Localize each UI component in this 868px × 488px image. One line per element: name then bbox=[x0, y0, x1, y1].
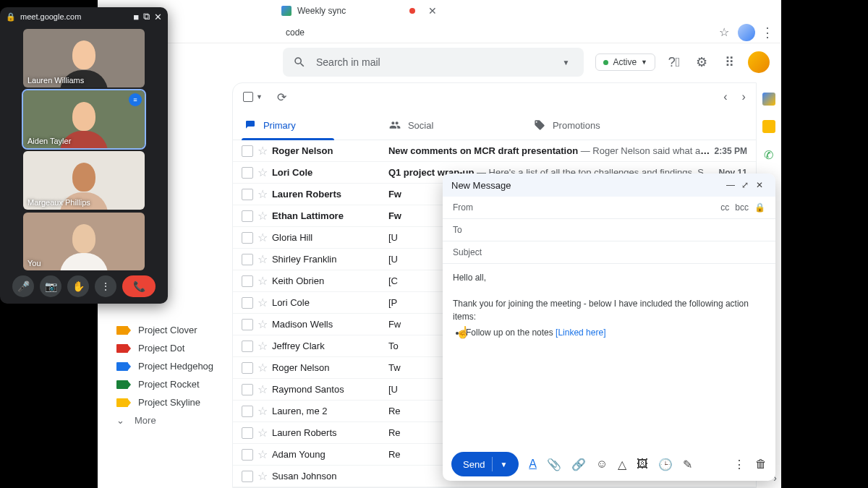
row-checkbox[interactable] bbox=[242, 449, 253, 461]
compose-header[interactable]: New Message — ⤢ ✕ bbox=[443, 174, 775, 197]
expand-icon[interactable]: ⤢ bbox=[738, 180, 752, 190]
tab-close-icon[interactable]: ✕ bbox=[428, 5, 437, 17]
pip-close-icon[interactable]: ✕ bbox=[154, 12, 162, 22]
camera-icon[interactable]: ■ bbox=[133, 12, 139, 22]
select-all-checkbox[interactable] bbox=[243, 92, 253, 102]
star-icon[interactable]: ☆ bbox=[258, 166, 268, 179]
end-call-button[interactable]: 📞 bbox=[122, 275, 156, 297]
tab-social[interactable]: Social bbox=[378, 111, 522, 140]
from-field[interactable]: From cc bcc 🔒 bbox=[443, 197, 775, 219]
browser-tab[interactable]: Weekly sync ✕ bbox=[271, 2, 447, 20]
page-next-icon[interactable]: › bbox=[742, 90, 746, 103]
emoji-icon[interactable]: ☺ bbox=[596, 458, 608, 471]
to-field[interactable]: To bbox=[443, 219, 775, 241]
compose-body[interactable]: Hello all, Thank you for joining the mee… bbox=[443, 264, 775, 448]
raise-hand-button[interactable]: ✋ bbox=[67, 275, 89, 297]
profile-avatar[interactable] bbox=[738, 24, 755, 41]
attach-icon[interactable]: 📎 bbox=[547, 458, 561, 471]
row-checkbox[interactable] bbox=[242, 341, 253, 352]
star-icon[interactable]: ☆ bbox=[258, 469, 268, 483]
row-checkbox[interactable] bbox=[242, 167, 253, 179]
row-checkbox[interactable] bbox=[242, 319, 253, 330]
sender: Lauren Roberts bbox=[272, 427, 384, 438]
star-icon[interactable]: ☆ bbox=[258, 187, 268, 201]
participant-tile[interactable]: Lauren Williams bbox=[23, 29, 145, 87]
sidebar-label[interactable]: Project Rocket bbox=[98, 375, 232, 393]
row-checkbox[interactable] bbox=[242, 384, 253, 395]
link-icon[interactable]: 🔗 bbox=[571, 458, 586, 471]
participant-tile[interactable]: ≡ Aiden Tayler bbox=[23, 90, 145, 149]
sidebar-more[interactable]: ⌄ More bbox=[98, 411, 232, 429]
row-checkbox[interactable] bbox=[242, 275, 253, 287]
participant-tile[interactable]: Margeaux Phillips bbox=[23, 151, 145, 210]
format-icon[interactable]: A bbox=[529, 458, 537, 471]
star-icon[interactable]: ☆ bbox=[258, 382, 268, 396]
search-options-caret-icon[interactable]: ▼ bbox=[562, 59, 569, 67]
tab-primary[interactable]: Primary bbox=[233, 111, 378, 140]
close-icon[interactable]: ✕ bbox=[752, 180, 767, 190]
row-checkbox[interactable] bbox=[242, 232, 253, 244]
image-icon[interactable]: 🖼 bbox=[637, 458, 648, 471]
return-tab-icon[interactable]: ⧉ bbox=[143, 11, 150, 22]
lock-icon[interactable]: 🔒 bbox=[754, 202, 765, 213]
minimize-icon[interactable]: — bbox=[723, 180, 738, 190]
sidebar-label[interactable]: Project Clover bbox=[98, 321, 232, 339]
row-checkbox[interactable] bbox=[242, 471, 253, 482]
row-checkbox[interactable] bbox=[242, 145, 253, 157]
help-icon[interactable]: ?⃝ bbox=[665, 53, 683, 71]
star-icon[interactable]: ☆ bbox=[258, 448, 268, 461]
bookmark-star-icon[interactable]: ☆ bbox=[719, 25, 729, 39]
sidebar-label[interactable]: Project Dot bbox=[98, 339, 232, 357]
row-checkbox[interactable] bbox=[242, 427, 253, 439]
row-checkbox[interactable] bbox=[242, 362, 253, 374]
mic-button[interactable]: 🎤 bbox=[12, 275, 34, 297]
sidebar-label[interactable]: Project Hedgehog bbox=[98, 357, 232, 375]
email-row[interactable]: ☆ Roger Nelson New comments on MCR draft… bbox=[233, 140, 756, 162]
star-icon[interactable]: ☆ bbox=[258, 404, 268, 418]
more-options-icon[interactable]: ⋮ bbox=[733, 458, 745, 471]
camera-button[interactable]: 📷 bbox=[40, 275, 61, 297]
bcc-button[interactable]: bcc bbox=[735, 202, 749, 213]
star-icon[interactable]: ☆ bbox=[258, 426, 268, 440]
apps-grid-icon[interactable]: ⠿ bbox=[720, 53, 738, 71]
tab-promotions[interactable]: Promotions bbox=[522, 111, 667, 140]
linked-here-link[interactable]: [Linked here] bbox=[556, 328, 605, 338]
drive-icon[interactable]: △ bbox=[618, 458, 626, 471]
row-checkbox[interactable] bbox=[242, 254, 253, 265]
row-checkbox[interactable] bbox=[242, 406, 253, 417]
star-icon[interactable]: ☆ bbox=[258, 209, 268, 223]
star-icon[interactable]: ☆ bbox=[258, 231, 268, 244]
cc-button[interactable]: cc bbox=[720, 202, 729, 213]
signature-icon[interactable]: ✎ bbox=[683, 458, 692, 471]
more-button[interactable]: ⋮ bbox=[95, 275, 116, 297]
star-icon[interactable]: ☆ bbox=[258, 296, 268, 309]
send-button[interactable]: Send ▼ bbox=[451, 452, 519, 476]
calendar-addon-icon[interactable] bbox=[762, 93, 775, 106]
star-icon[interactable]: ☆ bbox=[258, 317, 268, 331]
row-checkbox[interactable] bbox=[242, 297, 253, 309]
row-checkbox[interactable] bbox=[242, 210, 253, 222]
status-chip[interactable]: Active ▼ bbox=[595, 53, 655, 71]
meet-pip-window[interactable]: 🔒 meet.google.com ■ ⧉ ✕ Lauren Williams … bbox=[0, 7, 168, 304]
page-prev-icon[interactable]: ‹ bbox=[723, 90, 727, 103]
participant-tile[interactable]: You bbox=[23, 213, 145, 271]
star-icon[interactable]: ☆ bbox=[258, 361, 268, 374]
select-caret-icon[interactable]: ▼ bbox=[256, 93, 263, 100]
browser-menu-icon[interactable]: ⋮ bbox=[761, 25, 774, 40]
settings-gear-icon[interactable]: ⚙ bbox=[693, 53, 710, 71]
keep-addon-icon[interactable] bbox=[762, 120, 775, 133]
star-icon[interactable]: ☆ bbox=[258, 252, 268, 266]
star-icon[interactable]: ☆ bbox=[258, 274, 268, 288]
refresh-icon[interactable]: ⟳ bbox=[277, 90, 286, 104]
phone-addon-icon[interactable]: ✆ bbox=[762, 147, 776, 162]
star-icon[interactable]: ☆ bbox=[258, 144, 268, 158]
pip-titlebar[interactable]: 🔒 meet.google.com ■ ⧉ ✕ bbox=[0, 7, 168, 26]
row-checkbox[interactable] bbox=[242, 189, 253, 200]
search-input[interactable]: Search in mail ▼ bbox=[283, 48, 584, 77]
sidebar-label[interactable]: Project Skyline bbox=[98, 393, 232, 411]
star-icon[interactable]: ☆ bbox=[258, 339, 268, 353]
discard-icon[interactable]: 🗑 bbox=[755, 458, 767, 471]
account-avatar[interactable] bbox=[748, 51, 770, 73]
subject-field[interactable]: Subject bbox=[443, 241, 775, 264]
confidential-icon[interactable]: 🕒 bbox=[658, 458, 673, 471]
